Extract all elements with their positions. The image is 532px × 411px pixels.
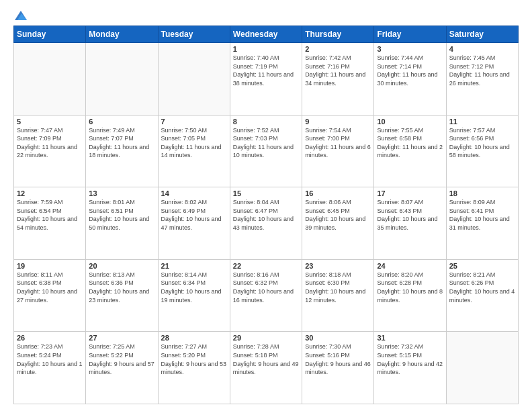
- calendar-cell: 19Sunrise: 8:11 AM Sunset: 6:38 PM Dayli…: [14, 259, 86, 332]
- day-number: 1: [233, 45, 299, 53]
- calendar-cell: 9Sunrise: 7:54 AM Sunset: 7:00 PM Daylig…: [302, 115, 374, 187]
- day-number: 9: [305, 118, 371, 126]
- weekday-header-sunday: Sunday: [14, 26, 86, 43]
- calendar-header-row: SundayMondayTuesdayWednesdayThursdayFrid…: [14, 26, 519, 43]
- calendar-cell: 6Sunrise: 7:49 AM Sunset: 7:07 PM Daylig…: [86, 115, 158, 187]
- calendar-cell: 29Sunrise: 7:28 AM Sunset: 5:18 PM Dayli…: [230, 332, 302, 404]
- day-number: 14: [161, 189, 227, 197]
- day-info: Sunrise: 8:04 AM Sunset: 6:47 PM Dayligh…: [233, 198, 299, 232]
- day-info: Sunrise: 7:55 AM Sunset: 6:58 PM Dayligh…: [377, 126, 443, 160]
- day-number: 21: [161, 262, 227, 270]
- calendar-cell: 7Sunrise: 7:50 AM Sunset: 7:05 PM Daylig…: [158, 115, 230, 187]
- day-info: Sunrise: 7:28 AM Sunset: 5:18 PM Dayligh…: [233, 342, 299, 376]
- day-info: Sunrise: 7:40 AM Sunset: 7:19 PM Dayligh…: [233, 54, 299, 87]
- day-info: Sunrise: 7:49 AM Sunset: 7:07 PM Dayligh…: [89, 126, 154, 160]
- day-info: Sunrise: 7:27 AM Sunset: 5:20 PM Dayligh…: [161, 342, 227, 376]
- day-number: 24: [377, 262, 443, 270]
- day-number: 12: [17, 189, 83, 197]
- calendar-cell: 15Sunrise: 8:04 AM Sunset: 6:47 PM Dayli…: [230, 187, 302, 260]
- day-info: Sunrise: 7:57 AM Sunset: 6:56 PM Dayligh…: [449, 126, 515, 160]
- calendar-week-row: 12Sunrise: 7:59 AM Sunset: 6:54 PM Dayli…: [14, 187, 519, 260]
- calendar-cell: 25Sunrise: 8:21 AM Sunset: 6:26 PM Dayli…: [446, 259, 518, 332]
- calendar-cell: [14, 43, 86, 116]
- calendar-cell: 16Sunrise: 8:06 AM Sunset: 6:45 PM Dayli…: [302, 187, 374, 260]
- day-number: 30: [305, 334, 371, 342]
- day-info: Sunrise: 7:44 AM Sunset: 7:14 PM Dayligh…: [377, 54, 443, 87]
- header: [13, 11, 519, 20]
- logo-icon: [15, 11, 27, 20]
- calendar-cell: 5Sunrise: 7:47 AM Sunset: 7:09 PM Daylig…: [14, 115, 86, 187]
- calendar-cell: 13Sunrise: 8:01 AM Sunset: 6:51 PM Dayli…: [86, 187, 158, 260]
- weekday-header-tuesday: Tuesday: [158, 26, 230, 43]
- calendar-cell: 17Sunrise: 8:07 AM Sunset: 6:43 PM Dayli…: [374, 187, 446, 260]
- day-number: 23: [305, 262, 371, 270]
- calendar-cell: 22Sunrise: 8:16 AM Sunset: 6:32 PM Dayli…: [230, 259, 302, 332]
- day-info: Sunrise: 7:32 AM Sunset: 5:15 PM Dayligh…: [377, 342, 443, 376]
- calendar-cell: 21Sunrise: 8:14 AM Sunset: 6:34 PM Dayli…: [158, 259, 230, 332]
- day-number: 13: [89, 189, 154, 197]
- calendar-week-row: 19Sunrise: 8:11 AM Sunset: 6:38 PM Dayli…: [14, 259, 519, 332]
- day-info: Sunrise: 8:16 AM Sunset: 6:32 PM Dayligh…: [233, 271, 299, 304]
- page: SundayMondayTuesdayWednesdayThursdayFrid…: [0, 0, 532, 411]
- day-number: 18: [449, 189, 515, 197]
- day-info: Sunrise: 7:42 AM Sunset: 7:16 PM Dayligh…: [305, 54, 371, 87]
- calendar-week-row: 26Sunrise: 7:23 AM Sunset: 5:24 PM Dayli…: [14, 332, 519, 404]
- day-info: Sunrise: 8:20 AM Sunset: 6:28 PM Dayligh…: [377, 271, 443, 304]
- calendar-cell: 27Sunrise: 7:25 AM Sunset: 5:22 PM Dayli…: [86, 332, 158, 404]
- day-info: Sunrise: 7:47 AM Sunset: 7:09 PM Dayligh…: [17, 126, 83, 160]
- day-number: 6: [89, 118, 154, 126]
- calendar-cell: 12Sunrise: 7:59 AM Sunset: 6:54 PM Dayli…: [14, 187, 86, 260]
- day-info: Sunrise: 7:59 AM Sunset: 6:54 PM Dayligh…: [17, 198, 83, 232]
- calendar-cell: 20Sunrise: 8:13 AM Sunset: 6:36 PM Dayli…: [86, 259, 158, 332]
- day-info: Sunrise: 8:13 AM Sunset: 6:36 PM Dayligh…: [89, 271, 154, 304]
- day-number: 25: [449, 262, 515, 270]
- weekday-header-friday: Friday: [374, 26, 446, 43]
- calendar-cell: [86, 43, 158, 116]
- day-info: Sunrise: 7:52 AM Sunset: 7:03 PM Dayligh…: [233, 126, 299, 160]
- day-info: Sunrise: 7:30 AM Sunset: 5:16 PM Dayligh…: [305, 342, 371, 376]
- calendar-cell: 18Sunrise: 8:09 AM Sunset: 6:41 PM Dayli…: [446, 187, 518, 260]
- day-info: Sunrise: 8:07 AM Sunset: 6:43 PM Dayligh…: [377, 198, 443, 232]
- calendar-cell: [158, 43, 230, 116]
- calendar-week-row: 5Sunrise: 7:47 AM Sunset: 7:09 PM Daylig…: [14, 115, 519, 187]
- day-info: Sunrise: 7:54 AM Sunset: 7:00 PM Dayligh…: [305, 126, 371, 160]
- calendar-cell: 8Sunrise: 7:52 AM Sunset: 7:03 PM Daylig…: [230, 115, 302, 187]
- day-number: 8: [233, 118, 299, 126]
- calendar-cell: 26Sunrise: 7:23 AM Sunset: 5:24 PM Dayli…: [14, 332, 86, 404]
- day-number: 28: [161, 334, 227, 342]
- day-number: 26: [17, 334, 83, 342]
- calendar-cell: 28Sunrise: 7:27 AM Sunset: 5:20 PM Dayli…: [158, 332, 230, 404]
- day-number: 17: [377, 189, 443, 197]
- day-number: 2: [305, 45, 371, 53]
- calendar-cell: 10Sunrise: 7:55 AM Sunset: 6:58 PM Dayli…: [374, 115, 446, 187]
- weekday-header-monday: Monday: [86, 26, 158, 43]
- day-info: Sunrise: 8:06 AM Sunset: 6:45 PM Dayligh…: [305, 198, 371, 232]
- logo: [13, 11, 27, 20]
- day-info: Sunrise: 8:11 AM Sunset: 6:38 PM Dayligh…: [17, 271, 83, 304]
- weekday-header-wednesday: Wednesday: [230, 26, 302, 43]
- day-number: 11: [449, 118, 515, 126]
- day-number: 29: [233, 334, 299, 342]
- day-number: 4: [449, 45, 515, 53]
- calendar-cell: 3Sunrise: 7:44 AM Sunset: 7:14 PM Daylig…: [374, 43, 446, 116]
- calendar-cell: 2Sunrise: 7:42 AM Sunset: 7:16 PM Daylig…: [302, 43, 374, 116]
- day-info: Sunrise: 7:45 AM Sunset: 7:12 PM Dayligh…: [449, 54, 515, 87]
- day-info: Sunrise: 8:18 AM Sunset: 6:30 PM Dayligh…: [305, 271, 371, 304]
- day-info: Sunrise: 8:21 AM Sunset: 6:26 PM Dayligh…: [449, 271, 515, 304]
- calendar-cell: 31Sunrise: 7:32 AM Sunset: 5:15 PM Dayli…: [374, 332, 446, 404]
- day-info: Sunrise: 8:01 AM Sunset: 6:51 PM Dayligh…: [89, 198, 154, 232]
- calendar-table: SundayMondayTuesdayWednesdayThursdayFrid…: [13, 26, 519, 404]
- day-number: 15: [233, 189, 299, 197]
- day-number: 27: [89, 334, 154, 342]
- calendar-cell: 4Sunrise: 7:45 AM Sunset: 7:12 PM Daylig…: [446, 43, 518, 116]
- day-number: 20: [89, 262, 154, 270]
- day-info: Sunrise: 7:23 AM Sunset: 5:24 PM Dayligh…: [17, 342, 83, 376]
- day-number: 5: [17, 118, 83, 126]
- calendar-cell: 30Sunrise: 7:30 AM Sunset: 5:16 PM Dayli…: [302, 332, 374, 404]
- calendar-cell: 1Sunrise: 7:40 AM Sunset: 7:19 PM Daylig…: [230, 43, 302, 116]
- weekday-header-thursday: Thursday: [302, 26, 374, 43]
- day-info: Sunrise: 8:14 AM Sunset: 6:34 PM Dayligh…: [161, 271, 227, 304]
- calendar-cell: 23Sunrise: 8:18 AM Sunset: 6:30 PM Dayli…: [302, 259, 374, 332]
- day-number: 10: [377, 118, 443, 126]
- day-number: 19: [17, 262, 83, 270]
